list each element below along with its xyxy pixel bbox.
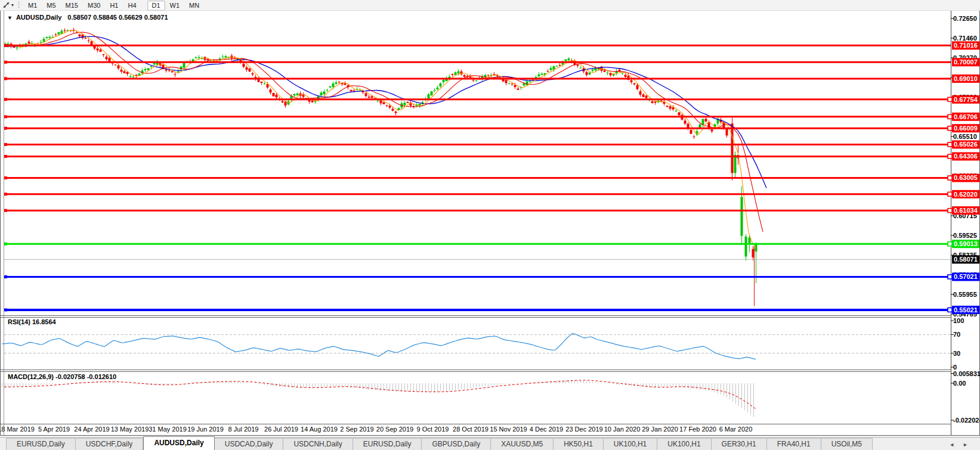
- date-label: 18 Mar 2019: [0, 426, 35, 433]
- line-handle-left[interactable]: [4, 209, 7, 212]
- ma-slow-line: [4, 36, 766, 188]
- date-label: 28 Oct 2019: [453, 426, 489, 433]
- rsi-line: [2, 334, 756, 359]
- price-panel: [1, 28, 951, 312]
- line-handle-right[interactable]: [948, 176, 952, 180]
- tab-UK100-H1[interactable]: UK100,H1: [604, 438, 657, 450]
- line-handle-left[interactable]: [4, 176, 7, 179]
- crosshair-tool-icon: [2, 1, 10, 9]
- line-handle-left[interactable]: [4, 127, 7, 130]
- tab-GER30-H1[interactable]: GER30,H1: [712, 438, 767, 450]
- line-handle-right[interactable]: [948, 209, 952, 213]
- tab-AUDUSD-Daily[interactable]: AUDUSD,Daily: [143, 436, 214, 450]
- price-level-label-0.63005: 0.63005: [954, 174, 978, 181]
- tab-GBPUSD-Daily[interactable]: GBPUSD,Daily: [422, 438, 491, 450]
- timeframe-button-D1[interactable]: D1: [147, 1, 165, 11]
- timeframe-button-M30[interactable]: M30: [83, 1, 105, 11]
- line-handle-right[interactable]: [948, 114, 952, 119]
- date-label: 10 Jan 2020: [604, 426, 641, 433]
- rsi-scale-70: 70: [953, 331, 960, 338]
- chart-tab-bar: EURUSD,DailyUSDCHF,DailyAUDUSD,DailyUSDC…: [0, 437, 980, 450]
- timeframe-button-W1[interactable]: W1: [165, 1, 185, 11]
- tab-USOil-M5[interactable]: USOil,M5: [821, 438, 873, 450]
- chart-canvas[interactable]: 0.726500.714600.702700.690800.678900.667…: [0, 0, 980, 450]
- crosshair-tool-button[interactable]: ▾: [0, 1, 16, 9]
- tab-USDCAD-Daily[interactable]: USDCAD,Daily: [215, 438, 284, 450]
- price-axis[interactable]: 0.726500.714600.702700.690800.678900.667…: [948, 15, 979, 318]
- timeframe-button-H4[interactable]: H4: [123, 1, 141, 11]
- rsi-indicator-label: RSI(14) 16.8564: [8, 318, 56, 325]
- chevron-down-icon: ▾: [11, 2, 14, 8]
- price-level-label-0.58071: 0.58071: [954, 256, 978, 263]
- toolbar: ▾ M1M5M15M30H1H4D1W1MN: [0, 0, 980, 11]
- price-level-label-0.62020: 0.62020: [954, 191, 978, 198]
- axis-tick-0.65510: 0.65510: [953, 133, 977, 140]
- tab-UK100-H1[interactable]: UK100,H1: [657, 438, 711, 450]
- line-handle-left[interactable]: [4, 98, 7, 101]
- price-level-label-0.70007: 0.70007: [954, 58, 978, 66]
- price-level-label-0.59013: 0.59013: [954, 240, 978, 247]
- macd-indicator-label: MACD(12,26,9) -0.020758 -0.012610: [8, 373, 116, 380]
- rsi-scale-30: 30: [953, 350, 960, 357]
- date-label: 17 Feb 2020: [679, 426, 716, 433]
- tab-XAUUSD-M5[interactable]: XAUUSD,M5: [491, 438, 554, 450]
- timeframe-button-M5[interactable]: M5: [42, 1, 60, 11]
- chart-ohlc-values: 0.58507 0.58845 0.56629 0.58071: [67, 14, 168, 21]
- line-handle-left[interactable]: [4, 155, 7, 158]
- toolbar-grip: [18, 2, 20, 9]
- timeframe-button-group: M1M5M15M30H1H4D1W1MN: [23, 2, 204, 9]
- line-handle-right[interactable]: [948, 154, 952, 159]
- line-handle-right[interactable]: [948, 142, 952, 147]
- macd-scale-0.005831: 0.005831: [953, 370, 980, 377]
- axis-tick-0.71460: 0.71460: [953, 35, 977, 42]
- line-handle-left[interactable]: [4, 275, 7, 278]
- axis-tick-0.72650: 0.72650: [953, 15, 977, 22]
- price-level-label-0.57021: 0.57021: [954, 273, 978, 280]
- date-label: 14 Aug 2019: [301, 426, 338, 433]
- timeframe-button-M1[interactable]: M1: [23, 1, 42, 11]
- line-handle-right[interactable]: [948, 242, 952, 246]
- date-label: 9 Oct 2019: [417, 426, 449, 433]
- rsi-scale-100: 100: [953, 317, 964, 324]
- tab-USDCHF-Daily[interactable]: USDCHF,Daily: [76, 438, 144, 450]
- line-handle-left[interactable]: [4, 143, 7, 146]
- timeframe-button-M15[interactable]: M15: [61, 1, 83, 11]
- line-handle-left[interactable]: [4, 44, 7, 47]
- line-handle-right[interactable]: [948, 126, 952, 131]
- chart-title: ▼AUDUSD,Daily0.58507 0.58845 0.56629 0.5…: [7, 14, 168, 21]
- price-level-label-0.66706: 0.66706: [954, 113, 978, 120]
- line-handle-left[interactable]: [4, 243, 7, 246]
- collapse-triangle-icon[interactable]: ▼: [7, 15, 13, 21]
- line-handle-right[interactable]: [948, 275, 952, 279]
- tab-EURUSD-Daily[interactable]: EURUSD,Daily: [353, 438, 422, 450]
- date-label: 19 Jun 2019: [187, 426, 224, 433]
- macd-panel: 0.0058310.00-0.022024: [2, 370, 980, 424]
- line-handle-left[interactable]: [4, 193, 7, 195]
- line-handle-left[interactable]: [4, 77, 7, 80]
- date-label: 26 Jul 2019: [264, 426, 298, 433]
- tab-EURUSD-Daily[interactable]: EURUSD,Daily: [6, 438, 76, 450]
- price-level-label-0.64306: 0.64306: [954, 153, 978, 160]
- date-label: 8 Jul 2019: [228, 426, 259, 433]
- timeframe-button-MN[interactable]: MN: [184, 1, 204, 11]
- time-axis[interactable]: 18 Mar 20195 Apr 201924 Apr 201913 May 2…: [0, 426, 980, 435]
- tab-USDCNH-Daily[interactable]: USDCNH,Daily: [283, 438, 353, 450]
- price-level-label-0.69010: 0.69010: [954, 75, 978, 82]
- line-handle-left[interactable]: [4, 308, 7, 311]
- chart-symbol-period: AUDUSD,Daily: [16, 14, 61, 21]
- price-level-label-0.66009: 0.66009: [954, 125, 978, 132]
- date-label: 24 Apr 2019: [74, 426, 109, 433]
- timeframe-button-H1[interactable]: H1: [105, 1, 123, 11]
- price-level-label-0.61034: 0.61034: [954, 207, 978, 214]
- line-handle-right[interactable]: [948, 97, 952, 101]
- date-label: 23 Dec 2019: [565, 426, 602, 433]
- line-handle-left[interactable]: [4, 115, 7, 118]
- date-label: 4 Dec 2019: [530, 426, 563, 433]
- tab-FRA40-H1[interactable]: FRA40,H1: [767, 438, 821, 450]
- tab-HK50-H1[interactable]: HK50,H1: [554, 438, 604, 450]
- line-handle-left[interactable]: [4, 61, 7, 64]
- line-handle-right[interactable]: [948, 192, 952, 196]
- axis-tick-0.55955: 0.55955: [953, 291, 977, 298]
- line-handle-right[interactable]: [948, 308, 952, 312]
- tab-scroll-arrows[interactable]: ◄►: [949, 442, 976, 448]
